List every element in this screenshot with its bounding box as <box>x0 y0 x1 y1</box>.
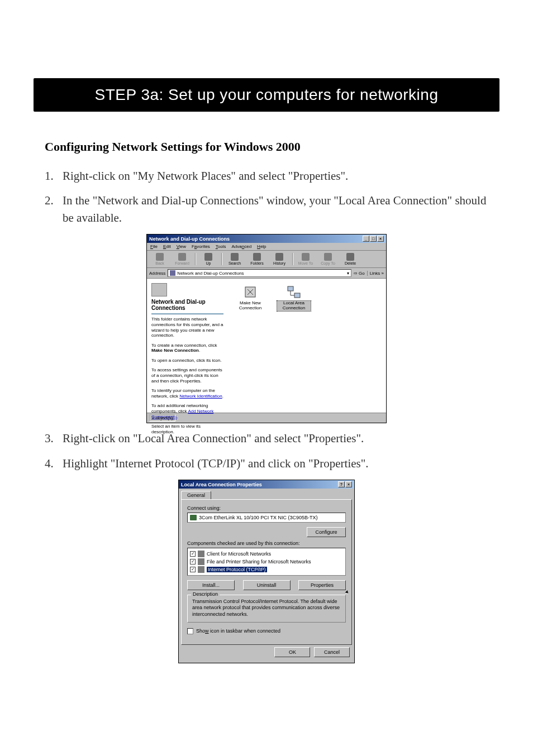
wizard-icon <box>242 284 258 300</box>
content-pane: Make New Connection Local Area Connectio… <box>228 279 386 413</box>
tb-forward: Forward <box>173 253 192 265</box>
dlg-close-button[interactable]: × <box>345 481 352 487</box>
step-2: In the "Network and Dial-up Connections"… <box>45 192 488 226</box>
icon-local-area-connection[interactable]: Local Area Connection <box>277 284 311 311</box>
components-label: Components checked are used by this conn… <box>187 540 346 546</box>
properties-button[interactable]: Properties <box>298 580 346 590</box>
menu-advanced[interactable]: Advanced <box>232 244 252 249</box>
menubar: File Edit View Favorites Tools Advanced … <box>147 243 386 250</box>
tb-up[interactable]: Up <box>199 253 218 265</box>
step-banner: STEP 3a: Set up your computers for netwo… <box>34 78 499 112</box>
status-text: 2 object(s) <box>149 414 175 422</box>
dialog-lan-properties: Local Area Connection Properties ? × Gen… <box>178 480 355 663</box>
adapter-name: 3Com EtherLink XL 10/100 PCI TX NIC (3C9… <box>199 515 318 520</box>
install-button[interactable]: Install... <box>187 580 235 590</box>
banner-text: STEP 3a: Set up your computers for netwo… <box>95 86 439 103</box>
component-icon <box>198 551 204 557</box>
pane-p3: To open a connection, click its icon. <box>151 358 223 363</box>
checkbox-icon[interactable] <box>190 551 196 557</box>
screenshot-network-connections: Network and Dial-up Connections _ □ × Fi… <box>45 234 488 423</box>
description-text: Transmission Control Protocol/Internet P… <box>192 599 341 618</box>
tb-folders[interactable]: Folders <box>248 253 266 265</box>
show-icon-label: Show icon in taskbar when connected <box>196 628 280 634</box>
dlg-title: Local Area Connection Properties <box>181 482 338 487</box>
info-pane: Network and Dial-up Connections This fol… <box>147 279 228 413</box>
lan-icon <box>286 284 302 300</box>
address-label: Address <box>149 271 165 276</box>
step-1: Right-click on "My Network Places" and s… <box>45 168 488 184</box>
pane-p5: To identify your computer on the network… <box>151 388 223 399</box>
connect-using-label: Connect using: <box>187 505 346 511</box>
dlg-titlebar: Local Area Connection Properties ? × <box>179 480 354 489</box>
svg-rect-3 <box>288 286 293 291</box>
nic-icon <box>190 515 197 520</box>
links-label[interactable]: Links » <box>367 271 384 276</box>
tb-back: Back <box>150 253 169 265</box>
pane-title: Network and Dial-up Connections <box>151 299 223 311</box>
window-network-dialup: Network and Dial-up Connections _ □ × Fi… <box>146 234 387 423</box>
pane-p1: This folder contains network connections… <box>151 317 223 338</box>
component-label: File and Printer Sharing for Microsoft N… <box>207 559 311 564</box>
component-icon <box>198 566 204 573</box>
cancel-button[interactable]: Cancel <box>314 647 350 657</box>
titlebar: Network and Dial-up Connections _ □ × <box>147 235 386 243</box>
icon-label-selected: Local Area Connection <box>277 301 311 311</box>
go-button[interactable]: ⇨ Go <box>354 271 365 276</box>
component-tcpip[interactable]: Internet Protocol (TCP/IP) <box>189 566 344 573</box>
step-4: Highlight "Internet Protocol (TCP/IP)" a… <box>45 455 488 472</box>
tb-search[interactable]: Search <box>225 253 244 265</box>
ok-button[interactable]: OK <box>274 647 310 657</box>
minimize-button[interactable]: _ <box>363 236 369 242</box>
checkbox-icon[interactable] <box>190 559 196 564</box>
menu-view[interactable]: View <box>177 244 186 249</box>
show-icon-row[interactable]: Show icon in taskbar when connected <box>187 628 346 634</box>
menu-tools[interactable]: Tools <box>216 244 226 249</box>
toolbar: Back Forward Up Search Folders History M… <box>147 250 386 268</box>
window-title: Network and Dial-up Connections <box>149 236 363 242</box>
svg-rect-4 <box>294 293 300 298</box>
pane-p4: To access settings and components of a c… <box>151 367 223 384</box>
address-field[interactable]: Network and Dial-up Connections ▾ <box>168 269 351 277</box>
component-client-ms-networks[interactable]: Client for Microsoft Networks <box>189 550 344 558</box>
link-network-id[interactable]: Network Identification <box>179 394 222 399</box>
section-heading: Configuring Network Settings for Windows… <box>45 140 488 154</box>
tb-delete[interactable]: Delete <box>341 253 360 265</box>
screenshot-lan-properties: Local Area Connection Properties ? × Gen… <box>45 480 488 663</box>
component-label-selected: Internet Protocol (TCP/IP) <box>207 567 267 572</box>
address-bar: Address Network and Dial-up Connections … <box>147 268 386 279</box>
menu-help[interactable]: Help <box>257 244 266 249</box>
configure-button[interactable]: Configure <box>307 527 346 537</box>
adapter-field: 3Com EtherLink XL 10/100 PCI TX NIC (3C9… <box>187 513 346 523</box>
menu-favorites[interactable]: Favorites <box>192 244 210 249</box>
folder-large-icon <box>151 283 167 296</box>
uninstall-button[interactable]: Uninstall <box>243 580 291 590</box>
tb-history[interactable]: History <box>270 253 289 265</box>
component-icon <box>198 558 204 565</box>
help-button[interactable]: ? <box>338 481 345 487</box>
tab-general[interactable]: General <box>181 491 211 499</box>
component-label: Client for Microsoft Networks <box>207 551 271 557</box>
pane-p2: To create a new connection, click Make N… <box>151 343 223 353</box>
instruction-list: Right-click on "My Network Places" and s… <box>45 168 488 226</box>
menu-file[interactable]: File <box>150 244 158 249</box>
tb-copyto: Copy To <box>318 253 337 265</box>
icon-make-new-connection[interactable]: Make New Connection <box>234 284 267 311</box>
component-file-printer-sharing[interactable]: File and Printer Sharing for Microsoft N… <box>189 558 344 566</box>
folder-icon <box>170 270 175 276</box>
checkbox-icon[interactable] <box>190 567 196 572</box>
description-group: Description Transmission Control Protoco… <box>187 595 346 623</box>
instruction-list-cont: Right-click on "Local Area Connection" a… <box>45 430 488 472</box>
description-title: Description <box>191 591 220 597</box>
show-icon-checkbox[interactable] <box>187 628 193 634</box>
icon-label: Make New Connection <box>234 301 267 311</box>
maximize-button[interactable]: □ <box>370 236 377 242</box>
close-button[interactable]: × <box>377 236 384 242</box>
tb-moveto: Move To <box>296 253 315 265</box>
step-3: Right-click on "Local Area Connection" a… <box>45 430 488 447</box>
menu-edit[interactable]: Edit <box>163 244 171 249</box>
address-value: Network and Dial-up Connections <box>177 271 244 276</box>
components-list: Client for Microsoft Networks File and P… <box>187 548 346 576</box>
